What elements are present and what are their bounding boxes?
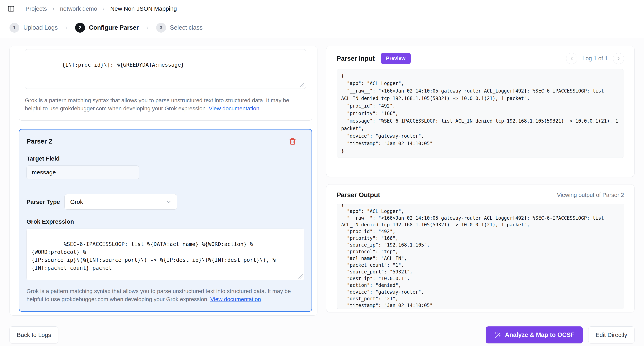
wizard-stepper: 1 Upload Logs 2 Configure Parser 3 Selec… [0,18,644,38]
parsers-column: {INT:proc_id}\]: %{GREEDYDATA:message} G… [10,46,318,316]
step-3-circle: 3 [156,23,166,32]
top-bar: Projects network demo New Non-JSON Mappi… [0,0,644,18]
parser-type-label: Parser Type [26,198,64,205]
parser-input-json: { "app": "ACL_Logger", "__raw__": "<166>… [341,72,620,155]
parser-2-view-documentation-link[interactable]: View documentation [210,296,261,302]
chevron-down-icon [166,199,172,205]
trash-icon [289,138,296,145]
breadcrumb-project-name[interactable]: network demo [60,5,97,12]
step-configure-parser[interactable]: 2 Configure Parser [75,23,139,32]
chevron-right-icon [616,56,621,61]
panel-left-icon [7,5,15,12]
parser-input-title: Parser Input [337,55,375,62]
edit-directly-label: Edit Directly [596,332,627,338]
parser-type-select[interactable]: Grok [64,194,177,210]
parser-output-json: { "app": "ACL_Logger", "__raw__": "<166>… [341,204,620,309]
parser-2-grok-expression-textarea[interactable]: %SEC-6-IPACCESSLOGP: list %{DATA:acl_nam… [26,228,304,280]
parser-1-grok-expression-textarea[interactable]: {INT:proc_id}\]: %{GREEDYDATA:message} [25,49,306,89]
chevron-right-icon [51,7,56,11]
analyze-map-ocsf-label: Analyze & Map to OCSF [505,331,574,338]
parser-input-card: Parser Input Preview Log 1 of 1 [326,46,634,177]
parser-input-json-block: { "app": "ACL_Logger", "__raw__": "<166>… [337,69,624,158]
delete-parser-button[interactable] [288,137,297,146]
breadcrumb-current-page: New Non-JSON Mapping [110,5,177,12]
resize-handle-icon[interactable] [300,83,304,87]
target-field-input[interactable]: message [26,166,139,179]
parsers-list-card: {INT:proc_id}\]: %{GREEDYDATA:message} G… [10,46,318,316]
parser-1-view-documentation-link[interactable]: View documentation [209,105,259,112]
header-divider [19,5,19,12]
step-3-label: Select class [170,24,202,31]
parser-2-title: Parser 2 [26,138,52,145]
chevron-right-icon [145,25,150,30]
step-2-label: Configure Parser [89,24,139,31]
chevron-right-icon [102,7,106,11]
breadcrumb-projects[interactable]: Projects [26,5,47,12]
parser-1-grok-help: Grok is a pattern matching syntax that a… [25,96,306,112]
step-upload-logs[interactable]: 1 Upload Logs [10,23,58,32]
target-field-label: Target Field [26,155,304,162]
breadcrumb: Projects network demo New Non-JSON Mappi… [26,5,177,12]
chevron-left-icon [569,56,574,61]
parser-2-grok-help: Grok is a pattern matching syntax that a… [26,287,304,303]
chevron-right-icon [64,25,69,30]
sidebar-toggle-button[interactable] [7,4,16,13]
parser-output-title: Parser Output [337,191,380,199]
parser-output-card: Parser Output Viewing output of Parser 2… [326,184,634,312]
step-1-circle: 1 [10,23,19,32]
resize-handle-icon[interactable] [298,274,303,279]
target-field-value: message [32,169,56,176]
section-divider [26,187,304,187]
main-content: {INT:proc_id}\]: %{GREEDYDATA:message} G… [0,38,644,316]
viewing-output-label: Viewing output of Parser 2 [557,192,624,198]
previous-log-button[interactable] [566,53,577,64]
step-select-class[interactable]: 3 Select class [156,23,202,32]
analyze-map-ocsf-button[interactable]: Analyze & Map to OCSF [486,326,583,344]
parser-1-grok-expression-value: {INT:proc_id}\]: %{GREEDYDATA:message} [62,62,184,68]
parser-type-value: Grok [70,198,83,205]
wand-sparkles-icon [494,331,501,338]
back-to-logs-button[interactable]: Back to Logs [10,326,58,344]
edit-directly-button[interactable]: Edit Directly [588,326,634,344]
action-footer: Back to Logs Analyze & Map to OCSF Edit … [0,324,644,346]
parser-1-card: {INT:proc_id}\]: %{GREEDYDATA:message} G… [19,46,312,120]
log-navigation: Log 1 of 1 [566,53,624,64]
back-to-logs-label: Back to Logs [17,332,51,338]
next-log-button[interactable] [613,53,624,64]
parser-2-grok-expression-value: %SEC-6-IPACCESSLOGP: list %{DATA:acl_nam… [32,241,276,271]
preview-button[interactable]: Preview [381,53,411,64]
parser-output-json-block[interactable]: { "app": "ACL_Logger", "__raw__": "<166>… [337,204,624,309]
grok-expression-label: Grok Expression [26,218,304,225]
log-position-label: Log 1 of 1 [582,55,608,62]
preview-column: Parser Input Preview Log 1 of 1 [326,46,634,316]
step-1-label: Upload Logs [23,24,58,31]
parser-2-card: Parser 2 Target Field message [19,129,312,312]
step-2-circle: 2 [75,23,85,32]
